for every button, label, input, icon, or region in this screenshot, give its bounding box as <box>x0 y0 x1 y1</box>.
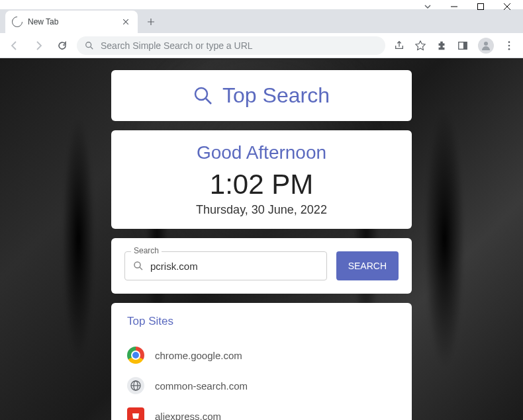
svg-point-7 <box>508 48 510 50</box>
globe-icon <box>127 377 144 394</box>
address-bar[interactable]: Search Simple Search or type a URL <box>77 36 385 55</box>
chevron-down-icon[interactable] <box>424 1 432 13</box>
svg-point-4 <box>484 42 488 46</box>
forward-button[interactable] <box>29 36 48 55</box>
site-name: aliexpress.com <box>155 411 221 421</box>
back-button[interactable] <box>5 36 24 55</box>
close-icon[interactable] <box>503 1 511 13</box>
sidepanel-icon[interactable] <box>457 40 469 52</box>
logo-card: Top Search <box>111 70 412 121</box>
site-name: common-search.com <box>155 380 248 392</box>
svg-point-6 <box>508 44 510 46</box>
toolbar-actions <box>391 38 518 54</box>
search-field: Search <box>124 251 327 280</box>
menu-icon[interactable] <box>503 40 515 52</box>
svg-point-8 <box>195 88 207 100</box>
search-input[interactable] <box>150 261 318 272</box>
search-icon <box>193 86 213 106</box>
svg-rect-0 <box>478 4 484 10</box>
search-label: Search <box>131 246 162 255</box>
search-input-wrap <box>124 251 327 280</box>
aliexpress-icon <box>127 407 144 420</box>
bookmark-icon[interactable] <box>414 40 426 52</box>
topsites-title: Top Sites <box>127 315 396 328</box>
maximize-icon[interactable] <box>477 1 485 13</box>
clock-date: Thursday, 30 June, 2022 <box>123 203 400 217</box>
search-icon <box>85 41 94 50</box>
new-tab-button[interactable] <box>142 13 160 31</box>
profile-avatar[interactable] <box>478 38 494 54</box>
tab-title: New Tab <box>28 17 115 26</box>
share-icon[interactable] <box>393 40 405 52</box>
greeting-card: Good Afternoon 1:02 PM Thursday, 30 June… <box>111 130 412 229</box>
svg-point-5 <box>508 41 510 43</box>
greeting-text: Good Afternoon <box>123 142 400 163</box>
loading-icon <box>10 15 25 30</box>
site-row[interactable]: common-search.com <box>127 370 396 401</box>
minimize-icon[interactable] <box>450 1 458 13</box>
svg-point-9 <box>134 262 140 268</box>
search-button[interactable]: SEARCH <box>336 251 399 280</box>
logo-text: Top Search <box>222 83 330 108</box>
extensions-icon[interactable] <box>436 40 448 52</box>
window-controls <box>0 0 523 9</box>
search-card: Search SEARCH <box>111 238 412 294</box>
topsites-card: Top Sites chrome.google.com common-searc… <box>111 303 412 420</box>
page-content: Top Search Good Afternoon 1:02 PM Thursd… <box>0 58 523 420</box>
browser-toolbar: Search Simple Search or type a URL <box>0 33 523 58</box>
clock-time: 1:02 PM <box>123 169 400 200</box>
browser-tab[interactable]: New Tab <box>5 11 138 33</box>
site-row[interactable]: chrome.google.com <box>127 340 396 370</box>
site-name: chrome.google.com <box>155 350 242 361</box>
search-icon <box>133 261 144 271</box>
chrome-icon <box>127 347 144 364</box>
site-row[interactable]: aliexpress.com <box>127 401 396 420</box>
svg-point-1 <box>86 42 91 47</box>
svg-rect-3 <box>463 42 467 49</box>
reload-button[interactable] <box>53 36 71 55</box>
tab-bar: New Tab <box>0 9 523 33</box>
tab-close-icon[interactable] <box>120 17 131 27</box>
omnibox-placeholder: Search Simple Search or type a URL <box>101 40 377 51</box>
